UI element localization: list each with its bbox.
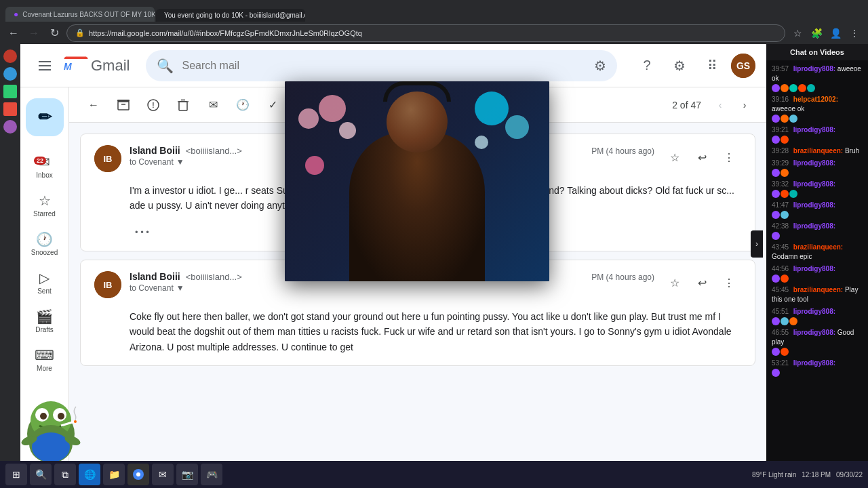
browser-tab-twitch[interactable]: ● Covenant Lazurus BACKS OUT OF MY 10K o… [5,7,155,22]
help-button[interactable]: ? [633,52,660,79]
bookmark-button[interactable]: ☆ [789,25,806,41]
sidebar-item-drafts[interactable]: 🎬 Drafts [24,303,64,339]
delete-button[interactable] [170,92,197,119]
gmail-wordmark: Gmail [91,57,130,75]
snooze-button[interactable]: 🕐 [229,92,256,119]
settings-button[interactable]: ⚙ [666,52,693,79]
app2-button[interactable]: 🎮 [201,464,222,485]
chat-msg-14: 53:21 liprodigy808: [766,357,868,378]
search-options-icon[interactable]: ⚙ [594,58,606,74]
chat-time-13: 46:55 [772,329,789,336]
ext-icon-5[interactable] [3,120,17,134]
menu-button[interactable]: ⋮ [846,25,863,41]
file-explorer-button[interactable]: 📁 [103,464,125,485]
menu-icon[interactable] [31,52,58,79]
weather-text: 89°F Light rain [752,471,796,479]
taskbar-date: 09/30/22 [836,471,863,479]
avatar[interactable]: GS [731,54,755,78]
chat-time-1: 39:57 [772,65,789,73]
ext-icon-3[interactable] [3,85,17,98]
collapse-chat-button[interactable]: › [751,230,763,258]
svg-text:GS: GS [736,60,750,71]
email-2-body-text: Coke fly out here then baller, we don't … [130,311,732,352]
search-taskbar-button[interactable]: 🔍 [30,464,52,485]
task-view-button[interactable]: ⧉ [54,464,76,485]
chat-user-4: brazilianqueen: [793,147,843,155]
spam-button[interactable]: ! [140,92,167,119]
sidebar-item-inbox[interactable]: ✉ 22 Inbox [24,148,64,184]
address-bar[interactable]: 🔒 https://mail.google.com/mail/u/0/#inbo… [66,24,785,42]
search-input[interactable] [182,60,586,72]
search-bar[interactable]: 🔍 ⚙ [146,50,617,81]
chrome-button[interactable] [127,464,149,485]
email-1-address: <boiiiisland...> [186,146,242,156]
ext-icon-4[interactable] [3,102,17,116]
email-2-more-button[interactable]: ⋮ [717,271,741,296]
ext-icon-1[interactable] [3,49,17,63]
sidebar-item-starred[interactable]: ☆ Starred [24,187,64,223]
compose-button[interactable]: ✏ [26,98,64,136]
twitch-sidebar: Chat on Videos 39:57 liprodigy808: aweeo… [766,44,868,488]
start-button[interactable]: ⊞ [5,464,27,485]
browser-tab-gmail[interactable]: You event going to do 10K - boiiiisland@… [156,9,305,22]
archive-button[interactable] [110,92,137,119]
next-email-button[interactable]: › [734,94,755,116]
ext-icon-2[interactable] [3,67,17,81]
pepe-frog-icon [20,380,81,461]
forward-button[interactable]: → [26,25,42,41]
chat-avatar-sm [789,317,797,325]
video-scene [285,81,549,281]
email-1-expand-button[interactable]: • • • [130,224,155,240]
mail-taskbar-button[interactable]: ✉ [152,464,174,485]
email-2-reply-button[interactable]: ↩ [690,271,714,296]
bokeh-1 [319,95,346,122]
unread-button[interactable]: ✉ [199,92,226,119]
profile-button[interactable]: 👤 [827,25,844,41]
inbox-icon-wrapper: ✉ 22 [39,154,50,170]
starred-label: Starred [33,210,56,218]
email-1-to-arrow[interactable]: ▼ [176,157,184,167]
svg-text:IB: IB [104,280,113,290]
email-1-avatar: IB [94,145,121,172]
chat-user-13: liprodigy808: [793,329,835,336]
email-2-star-button[interactable]: ☆ [663,271,687,296]
compose-icon: ✏ [38,108,52,127]
email-1-more-button[interactable]: ⋮ [717,145,741,169]
refresh-button[interactable]: ↻ [46,25,62,41]
prev-email-button[interactable]: ‹ [709,94,731,116]
apps-button[interactable]: ⠿ [698,52,726,79]
chat-msg-4: 39:28 brazilianqueen: Bruh [766,145,868,157]
svg-rect-1 [39,65,51,66]
sidebar-item-sent[interactable]: ▷ Sent [24,264,64,300]
email-2-sender: Island Boiii [130,271,180,282]
chat-avatar-sm [781,136,789,144]
tasks-button[interactable]: ✓ [259,92,286,119]
drafts-icon: 🎬 [36,308,53,325]
chat-time-2: 39:16 [772,96,789,103]
chat-user-10: liprodigy808: [793,265,835,272]
taskbar-clock: 12:18 PM [802,471,831,479]
pagination: 2 of 47 ‹ › [667,94,755,116]
chat-user-5: liprodigy808: [793,159,835,167]
inbox-label: Inbox [36,171,52,179]
app1-button[interactable]: 📷 [176,464,198,485]
browser-taskbar-button[interactable]: 🌐 [79,464,100,485]
chat-user-1: liprodigy808: [793,65,835,73]
email-2-actions: ☆ ↩ ⋮ [663,271,741,296]
extensions-button[interactable]: 🧩 [808,25,825,41]
email-2-avatar: IB [94,271,121,298]
bokeh-4 [475,92,509,125]
back-to-inbox-button[interactable]: ← [80,92,107,119]
email-2-to-arrow[interactable]: ▼ [176,283,184,293]
email-1-star-button[interactable]: ☆ [663,145,687,169]
chat-avatar-sm [772,348,780,356]
back-button[interactable]: ← [5,25,22,41]
email-1-reply-button[interactable]: ↩ [690,145,714,169]
sidebar-item-snoozed[interactable]: 🕐 Snoozed [24,226,64,262]
chat-text-2: aweeoe ok [772,105,804,113]
chat-avatar-sm [781,190,789,198]
email-2-body: Coke fly out here then baller, we don't … [81,309,755,365]
chat-avatar-sm [789,115,797,123]
chat-time-5: 39:29 [772,159,789,167]
chat-avatar-sm [772,232,780,240]
